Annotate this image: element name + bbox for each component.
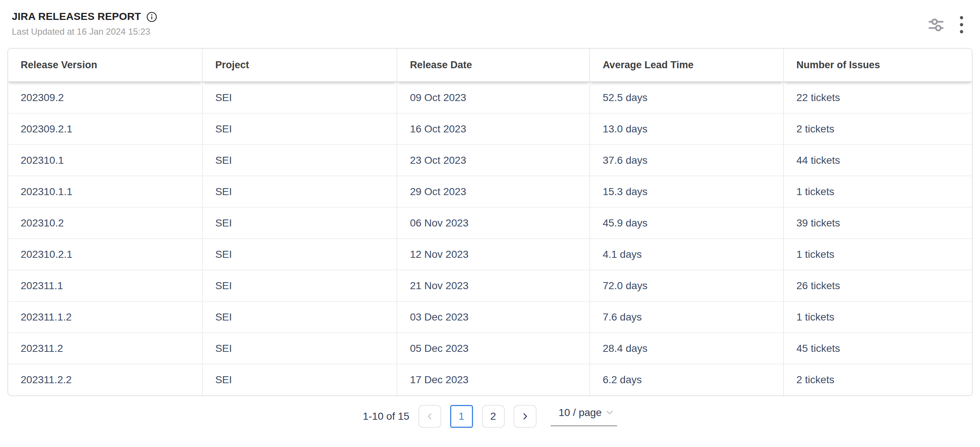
table-cell: 17 Dec 2023 [397, 364, 590, 395]
table-row: 202310.2.1SEI12 Nov 20234.1 days1 ticket… [8, 239, 972, 270]
column-header: Project [202, 49, 397, 82]
table-row: 202310.1.1SEI29 Oct 202315.3 days1 ticke… [8, 176, 972, 207]
kebab-menu-icon[interactable] [959, 16, 964, 34]
table-row: 202309.2.1SEI16 Oct 202313.0 days2 ticke… [8, 113, 972, 144]
table-cell: 29 Oct 2023 [397, 176, 590, 207]
table-cell: 12 Nov 2023 [397, 239, 590, 270]
column-header: Release Version [8, 49, 202, 82]
table-cell: 202311.2 [8, 333, 202, 364]
table-cell: 202311.1 [8, 270, 202, 301]
widget-header: JIRA RELEASES REPORT Last Updated at 16 … [0, 0, 980, 37]
table-cell: SEI [202, 207, 397, 239]
page-2-button[interactable]: 2 [482, 405, 505, 428]
table-cell: 15.3 days [590, 176, 784, 207]
table-cell: 202310.1.1 [8, 176, 202, 207]
table-cell: 202311.1.2 [8, 301, 202, 333]
table-cell: 7.6 days [590, 301, 784, 333]
column-header: Number of Issues [784, 49, 972, 82]
page-title: JIRA RELEASES REPORT [12, 10, 141, 23]
table-cell: 05 Dec 2023 [397, 333, 590, 364]
table-cell: SEI [202, 333, 397, 364]
table-body: 202309.2SEI09 Oct 202352.5 days22 ticket… [8, 82, 972, 395]
table-cell: 72.0 days [590, 270, 784, 301]
table-row: 202309.2SEI09 Oct 202352.5 days22 ticket… [8, 82, 972, 113]
table-row: 202311.1.2SEI03 Dec 20237.6 days1 ticket… [8, 301, 972, 333]
table-cell: SEI [202, 364, 397, 395]
table-cell: SEI [202, 301, 397, 333]
table-cell: 2 tickets [784, 113, 972, 144]
column-header: Average Lead Time [590, 49, 784, 82]
column-header: Release Date [397, 49, 590, 82]
table-cell: 13.0 days [590, 113, 784, 144]
table-cell: 28.4 days [590, 333, 784, 364]
header-actions [928, 10, 964, 34]
table-cell: SEI [202, 113, 397, 144]
table-cell: 21 Nov 2023 [397, 270, 590, 301]
chevron-right-icon [521, 412, 529, 420]
page-size-select[interactable]: 10 / page [550, 407, 617, 426]
table-cell: 39 tickets [784, 207, 972, 239]
table-cell: 23 Oct 2023 [397, 144, 590, 176]
filter-sliders-icon[interactable] [928, 18, 944, 32]
releases-table: Release VersionProjectRelease DateAverag… [8, 49, 972, 395]
releases-table-container: Release VersionProjectRelease DateAverag… [7, 48, 973, 396]
table-cell: 22 tickets [784, 82, 972, 113]
prev-page-button[interactable] [418, 405, 441, 428]
table-cell: 4.1 days [590, 239, 784, 270]
table-cell: 2 tickets [784, 364, 972, 395]
table-cell: 202310.2.1 [8, 239, 202, 270]
info-icon[interactable] [146, 11, 157, 22]
table-cell: 202310.1 [8, 144, 202, 176]
table-cell: 37.6 days [590, 144, 784, 176]
table-cell: 202311.2.2 [8, 364, 202, 395]
chevron-left-icon [426, 412, 434, 420]
pagination-range-label: 1-10 of 15 [363, 411, 409, 422]
table-cell: 45.9 days [590, 207, 784, 239]
table-cell: 26 tickets [784, 270, 972, 301]
table-cell: 44 tickets [784, 144, 972, 176]
table-cell: 03 Dec 2023 [397, 301, 590, 333]
table-cell: 52.5 days [590, 82, 784, 113]
jira-releases-report-widget: JIRA RELEASES REPORT Last Updated at 16 … [0, 0, 980, 428]
table-cell: 1 tickets [784, 176, 972, 207]
next-page-button[interactable] [514, 405, 536, 428]
table-cell: 202310.2 [8, 207, 202, 239]
title-block: JIRA RELEASES REPORT Last Updated at 16 … [12, 10, 157, 37]
table-cell: 202309.2.1 [8, 113, 202, 144]
table-cell: 06 Nov 2023 [397, 207, 590, 239]
pagination: 1-10 of 15 1 2 10 / page [0, 405, 980, 428]
last-updated-label: Last Updated at 16 Jan 2024 15:23 [12, 27, 157, 37]
table-cell: 202309.2 [8, 82, 202, 113]
table-cell: SEI [202, 239, 397, 270]
table-cell: 6.2 days [590, 364, 784, 395]
table-row: 202310.1SEI23 Oct 202337.6 days44 ticket… [8, 144, 972, 176]
table-header-row: Release VersionProjectRelease DateAverag… [8, 49, 972, 82]
table-cell: SEI [202, 144, 397, 176]
table-cell: 45 tickets [784, 333, 972, 364]
table-cell: SEI [202, 270, 397, 301]
table-row: 202311.2SEI05 Dec 202328.4 days45 ticket… [8, 333, 972, 364]
table-cell: 1 tickets [784, 239, 972, 270]
table-cell: 1 tickets [784, 301, 972, 333]
table-row: 202310.2SEI06 Nov 202345.9 days39 ticket… [8, 207, 972, 239]
table-cell: 09 Oct 2023 [397, 82, 590, 113]
chevron-down-icon [606, 410, 613, 415]
table-cell: SEI [202, 82, 397, 113]
page-size-label: 10 / page [559, 407, 602, 418]
table-row: 202311.1SEI21 Nov 202372.0 days26 ticket… [8, 270, 972, 301]
page-1-button[interactable]: 1 [450, 405, 473, 428]
table-cell: 16 Oct 2023 [397, 113, 590, 144]
table-cell: SEI [202, 176, 397, 207]
table-row: 202311.2.2SEI17 Dec 20236.2 days2 ticket… [8, 364, 972, 395]
